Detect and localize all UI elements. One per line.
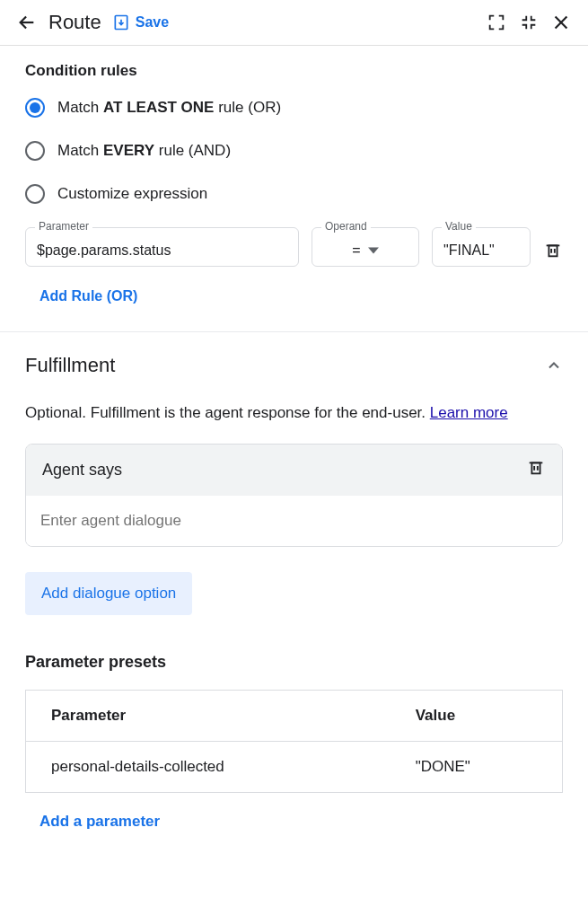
close-button[interactable] [550, 12, 572, 33]
expand-icon [487, 13, 506, 32]
learn-more-link[interactable]: Learn more [430, 404, 508, 421]
page-title: Route [48, 11, 101, 34]
radio-icon [25, 141, 45, 161]
agent-says-header: Agent says [26, 445, 562, 496]
radio-label: Match AT LEAST ONE rule (OR) [57, 99, 281, 117]
col-value: Value [391, 690, 563, 741]
value-label: Value [442, 220, 476, 233]
back-button[interactable] [16, 12, 38, 33]
condition-radio-list: Match AT LEAST ONE rule (OR) Match EVERY… [25, 98, 563, 204]
save-label: Save [136, 14, 169, 31]
fulfillment-title: Fulfillment [25, 354, 115, 377]
preset-value: "DONE" [391, 741, 563, 792]
condition-section: Condition rules Match AT LEAST ONE rule … [0, 46, 588, 331]
value-field[interactable]: Value "FINAL" [432, 227, 531, 267]
svg-rect-2 [531, 462, 540, 473]
agent-dialogue-input[interactable] [26, 496, 562, 546]
add-dialogue-option-button[interactable]: Add dialogue option [25, 572, 192, 615]
topbar: Route Save [0, 0, 588, 46]
col-parameter: Parameter [26, 690, 391, 741]
add-rule-button[interactable]: Add Rule (OR) [39, 288, 563, 304]
parameter-presets-title: Parameter presets [25, 651, 563, 674]
fulfillment-body: Optional. Fulfillment is the agent respo… [0, 377, 588, 850]
radio-custom-expression[interactable]: Customize expression [25, 184, 563, 204]
agent-says-label: Agent says [42, 459, 122, 481]
rule-row: Parameter $page.params.status Operand = … [25, 227, 563, 267]
parameter-value: $page.params.status [37, 242, 171, 258]
delete-rule-button[interactable] [543, 240, 563, 263]
delete-agent-says-button[interactable] [526, 457, 546, 483]
collapse-icon [519, 13, 539, 32]
close-icon [551, 13, 571, 32]
table-row[interactable]: personal-details-collected "DONE" [26, 741, 563, 792]
table-header-row: Parameter Value [26, 690, 563, 741]
condition-title: Condition rules [25, 62, 563, 80]
radio-match-or[interactable]: Match AT LEAST ONE rule (OR) [25, 98, 563, 118]
radio-label: Match EVERY rule (AND) [57, 142, 231, 160]
trash-icon [526, 457, 546, 477]
preset-parameter: personal-details-collected [26, 741, 391, 792]
save-icon [112, 13, 130, 31]
svg-rect-1 [549, 245, 557, 256]
chevron-up-icon [545, 357, 563, 374]
chevron-down-icon [368, 245, 379, 256]
add-parameter-button[interactable]: Add a parameter [39, 811, 563, 832]
collapse-button[interactable] [518, 12, 540, 33]
parameter-label: Parameter [35, 220, 92, 233]
radio-icon [25, 98, 45, 118]
value-value: "FINAL" [443, 242, 495, 258]
operand-label: Operand [321, 220, 371, 233]
parameter-presets-table: Parameter Value personal-details-collect… [25, 690, 563, 793]
operand-value: = [352, 242, 360, 259]
parameter-field[interactable]: Parameter $page.params.status [25, 227, 299, 267]
radio-icon [25, 184, 45, 204]
radio-match-and[interactable]: Match EVERY rule (AND) [25, 141, 563, 161]
agent-says-box: Agent says [25, 444, 563, 547]
arrow-left-icon [17, 13, 37, 32]
fulfillment-description: Optional. Fulfillment is the agent respo… [25, 402, 563, 424]
radio-label: Customize expression [57, 185, 207, 203]
operand-field[interactable]: Operand = [312, 227, 419, 267]
save-button[interactable]: Save [112, 13, 169, 31]
fulfillment-header[interactable]: Fulfillment [0, 332, 588, 377]
trash-icon [543, 240, 563, 260]
expand-button[interactable] [486, 12, 507, 33]
